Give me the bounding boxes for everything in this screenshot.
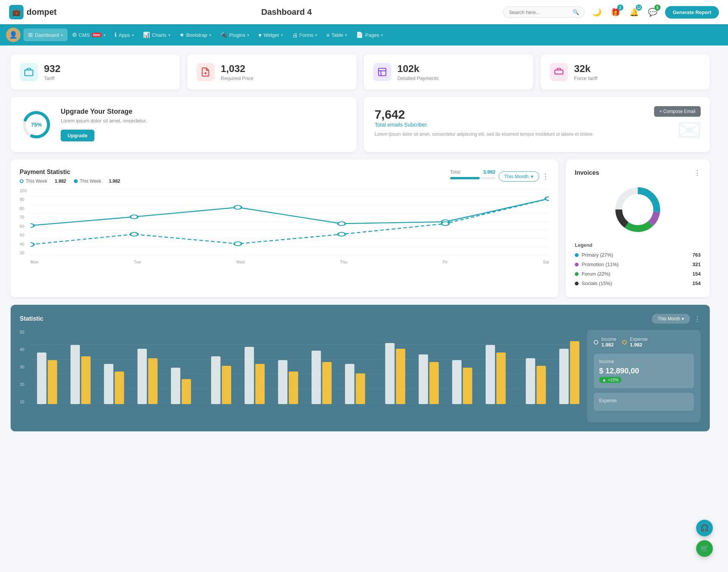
header: 💼 dompet Dashboard 4 🔍 🌙 🎁 2 🔔 12 💬 5 Ge…: [0, 0, 728, 24]
month-btn-label: This Month: [658, 316, 680, 321]
nav-label-bootstrap: Bootstrap: [186, 32, 207, 38]
tariff-icon: [20, 63, 38, 81]
statistic-month-button[interactable]: This Month ▾: [652, 314, 690, 324]
search-box[interactable]: 🔍: [503, 6, 585, 18]
forms-nav-icon: 🖨: [292, 32, 298, 38]
week2-dot: [74, 179, 78, 183]
statistic-title: Statistic: [20, 315, 43, 322]
generate-report-button[interactable]: Generate Report: [665, 6, 719, 19]
week1-value: 1.982: [55, 179, 66, 184]
search-icon: 🔍: [573, 9, 579, 15]
svg-rect-45: [148, 358, 158, 404]
nav-item-widget[interactable]: ♥ Widget ▾: [254, 29, 287, 41]
nav-item-apps[interactable]: ℹ Apps ▾: [110, 28, 138, 41]
month-chevron-icon: ▾: [682, 316, 684, 321]
chevron-icon-2: ▾: [104, 33, 105, 37]
plugins-nav-icon: 🔌: [220, 31, 228, 38]
required-price-label: Required Price: [221, 75, 253, 81]
legend-item-week1: This Week: [20, 179, 47, 184]
payment-statistic-title: Payment Statistic: [20, 169, 120, 176]
nav-item-dashboard[interactable]: ⊞ Dashboard ▾: [24, 28, 67, 41]
nav-bar: 👤 ⊞ Dashboard ▾ ⚙ CMS New ▾ ℹ Apps ▾ 📊 C…: [0, 24, 728, 45]
income-label: Income: [601, 337, 616, 342]
invoice-legend-primary: Primary (27%) 763: [575, 250, 701, 260]
upgrade-button[interactable]: Upgrade: [61, 130, 94, 141]
x-labels: MonTueWedThuFriSat: [30, 260, 549, 264]
svg-point-17: [234, 205, 242, 209]
svg-rect-67: [537, 366, 546, 404]
svg-rect-68: [559, 349, 569, 404]
up-icon: ▲: [602, 378, 606, 382]
nav-label-forms: Forms: [300, 32, 314, 38]
svg-point-25: [442, 222, 449, 226]
svg-point-21: [30, 243, 34, 246]
y-labels: 10090807060504030: [20, 188, 30, 255]
middle-row: 75% Upgrade Your Storage Lorem ipsum dol…: [11, 97, 710, 152]
forum-label: Forum (22%): [582, 271, 610, 277]
income-dot: [594, 340, 598, 345]
forum-value: 154: [692, 271, 701, 277]
nav-label-table: Table: [331, 32, 343, 38]
search-input[interactable]: [509, 9, 570, 15]
nav-item-charts[interactable]: 📊 Charts ▾: [138, 28, 175, 41]
nav-item-plugins[interactable]: 🔌 Plugins ▾: [216, 28, 254, 41]
nav-label-apps: Apps: [119, 32, 130, 38]
income-amount: $ 12,890,00: [599, 367, 689, 375]
svg-rect-62: [452, 360, 461, 404]
nav-item-cms[interactable]: ⚙ CMS New ▾: [67, 28, 110, 41]
expense-item: Expense 1.982: [622, 337, 648, 348]
nav-item-bootstrap[interactable]: ★ Bootstrap ▾: [175, 28, 216, 41]
force-tariff-value: 32k: [574, 63, 598, 75]
statistic-more-button[interactable]: ⋮: [694, 315, 701, 323]
svg-rect-51: [255, 364, 265, 404]
nav-item-table[interactable]: ≡ Table ▾: [322, 29, 351, 41]
line-chart-svg-container: [30, 188, 549, 255]
svg-point-26: [545, 197, 549, 201]
svg-point-18: [338, 222, 345, 226]
stat-card-required-price: 1,032 Required Price: [187, 55, 356, 89]
bell-icon-btn[interactable]: 🔔 12: [628, 6, 640, 18]
week2-label: This Week: [80, 179, 101, 184]
svg-rect-52: [278, 360, 287, 404]
tariff-value: 932: [44, 63, 60, 75]
chevron-icon: ▾: [61, 33, 63, 37]
svg-point-23: [234, 242, 242, 246]
email-card: + Compose Email 7,642 Total emails Subcr…: [364, 97, 710, 152]
gift-icon-btn[interactable]: 🎁 2: [609, 6, 622, 18]
nav-item-pages[interactable]: 📄 Pages ▾: [351, 28, 388, 41]
svg-rect-47: [182, 379, 191, 404]
bar-chart-svg-container: [30, 330, 579, 404]
invoices-title: Invoices: [575, 169, 599, 176]
svg-rect-43: [115, 371, 124, 404]
income-box: Income $ 12,890,00 ▲ +15%: [594, 354, 694, 388]
svg-rect-53: [289, 371, 298, 404]
payment-more-button[interactable]: ⋮: [542, 172, 549, 180]
income-item: Income 1.982: [594, 337, 616, 348]
line-chart-area: 10090807060504030: [20, 188, 549, 264]
chevron-icon-8: ▾: [315, 33, 317, 37]
svg-rect-55: [322, 362, 332, 404]
chevron-icon-3: ▾: [132, 33, 134, 37]
this-month-filter-button[interactable]: This Month ▾: [499, 171, 539, 182]
bootstrap-nav-icon: ★: [179, 31, 184, 38]
stats-row: 932 Tariff 1,032 Required Price: [11, 55, 710, 89]
nav-item-forms[interactable]: 🖨 Forms ▾: [287, 29, 322, 41]
invoice-legend-forum: Forum (22%) 154: [575, 269, 701, 279]
svg-rect-59: [396, 349, 405, 404]
svg-rect-49: [222, 366, 231, 404]
moon-toggle[interactable]: 🌙: [591, 6, 603, 18]
bottom-controls: This Month ▾ ⋮: [652, 314, 701, 324]
svg-rect-0: [25, 70, 33, 76]
chat-icon-btn[interactable]: 💬 5: [646, 6, 659, 18]
socials-value: 154: [692, 281, 701, 286]
invoices-more-button[interactable]: ⋮: [694, 169, 701, 177]
legend-item-week2: This Week: [74, 179, 101, 184]
svg-point-16: [130, 215, 138, 219]
primary-label: Primary (27%): [582, 252, 613, 258]
dashboard-nav-icon: ⊞: [28, 31, 33, 38]
gift-badge: 2: [617, 5, 623, 11]
logo: 💼 dompet: [9, 5, 70, 19]
charts-nav-icon: 📊: [143, 31, 150, 38]
bar-chart-area: 5040302010: [20, 330, 579, 413]
svg-rect-58: [385, 343, 395, 404]
